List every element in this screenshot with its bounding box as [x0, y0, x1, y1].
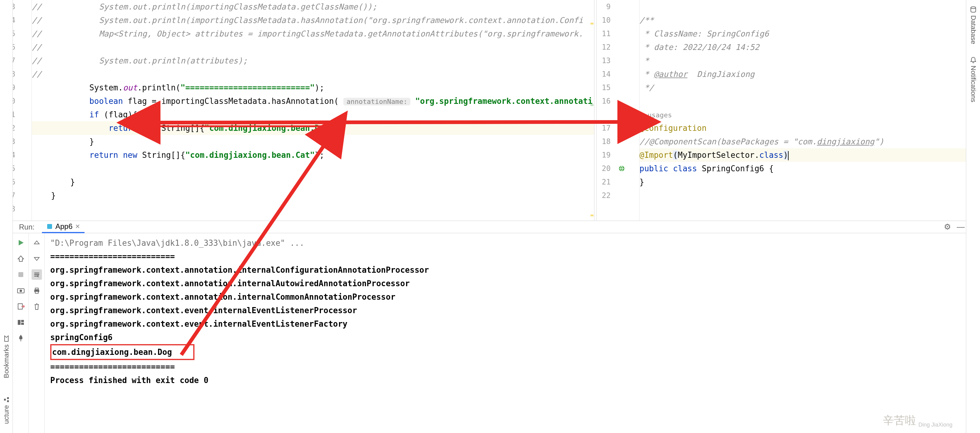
bookmarks-tool-button[interactable]: Bookmarks [2, 335, 10, 378]
database-tool-button[interactable]: Database [969, 6, 977, 44]
pin-icon[interactable] [16, 333, 26, 344]
gutter-right: 910111213141516171819202122 [597, 0, 615, 220]
layout-icon[interactable] [16, 317, 26, 328]
soft-wrap-icon[interactable] [32, 269, 42, 280]
down-icon[interactable] [32, 253, 42, 264]
tool-stripe-right: Database Notifications [966, 0, 980, 433]
debug-tool-icon[interactable] [16, 253, 26, 264]
code-left[interactable]: // System.out.println(importingClassMeta… [32, 0, 594, 220]
vertical-splitter[interactable] [594, 0, 597, 220]
minimize-icon[interactable]: — [956, 222, 966, 232]
run-toolbar-primary [13, 233, 29, 433]
svg-rect-14 [7, 397, 9, 399]
structure-icon [3, 396, 10, 403]
print-icon[interactable] [32, 285, 42, 296]
run-tab-label: App6 [56, 222, 73, 231]
gutter-icons [615, 0, 628, 220]
editor-split: 23242526272829303132333435363738 // Syst… [0, 0, 980, 220]
exit-icon[interactable] [16, 301, 26, 312]
svg-rect-7 [21, 320, 24, 322]
svg-rect-11 [35, 291, 38, 293]
fold-column [21, 0, 32, 220]
run-label: Run: [15, 223, 39, 232]
editor-left[interactable]: 23242526272829303132333435363738 // Syst… [0, 0, 594, 220]
svg-rect-6 [18, 320, 21, 325]
stop-icon[interactable] [16, 269, 26, 280]
run-tabs: Run: App6 ✕ ⚙ — [13, 221, 966, 233]
bookmark-icon [4, 335, 9, 342]
notifications-tool-button[interactable]: Notifications [969, 56, 977, 102]
bell-icon [970, 56, 977, 63]
database-icon [970, 6, 977, 13]
svg-rect-10 [35, 288, 38, 289]
console-output[interactable]: "D:\Program Files\Java\jdk1.8.0_333\bin\… [45, 233, 966, 433]
run-config-icon [46, 223, 53, 230]
svg-rect-15 [4, 399, 6, 401]
run-body: "D:\Program Files\Java\jdk1.8.0_333\bin\… [13, 233, 966, 433]
close-icon[interactable]: ✕ [75, 223, 80, 230]
camera-icon[interactable] [16, 285, 26, 296]
svg-point-12 [971, 7, 976, 9]
svg-rect-1 [47, 224, 52, 229]
fold-column-r [628, 0, 640, 220]
rerun-icon[interactable] [16, 238, 26, 248]
run-tab-app6[interactable]: App6 ✕ [42, 221, 84, 233]
svg-point-4 [20, 289, 22, 292]
settings-icon[interactable]: ⚙ [942, 222, 953, 232]
editor-right[interactable]: 910111213141516171819202122 /** * ClassN… [597, 0, 980, 220]
trash-icon[interactable] [32, 301, 42, 312]
structure-tool-button[interactable]: ucture [2, 396, 10, 424]
svg-rect-8 [21, 323, 24, 325]
watermark: 辛苦啦 Ding JiaXiong [883, 413, 953, 428]
svg-rect-2 [18, 272, 23, 277]
run-tool-window: Run: App6 ✕ ⚙ — "D:\Program Files\Java\j… [13, 220, 966, 433]
code-right[interactable]: /** * ClassName: SpringConfig6 * date: 2… [640, 0, 980, 220]
svg-rect-13 [7, 400, 9, 402]
up-icon[interactable] [32, 238, 42, 248]
tool-stripe-left: ucture Bookmarks [0, 0, 13, 433]
run-toolbar-secondary [29, 233, 45, 433]
overview-ruler-left [590, 0, 594, 220]
